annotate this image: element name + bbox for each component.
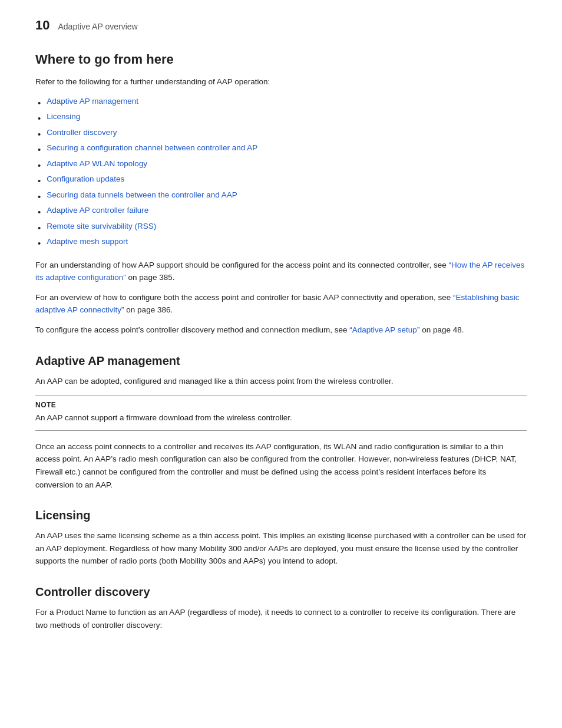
licensing-section: Licensing An AAP uses the same licensing…	[35, 509, 527, 568]
adaptive-ap-title: Adaptive AP management	[35, 354, 527, 368]
licensing-para1: An AAP uses the same licensing scheme as…	[35, 529, 527, 568]
list-item: Controller discovery	[35, 128, 527, 141]
link-controller-discovery[interactable]: Controller discovery	[47, 128, 117, 137]
list-item: Adaptive AP controller failure	[35, 206, 527, 219]
page-header: 10 Adaptive AP overview	[35, 18, 527, 33]
where-to-go-para1: For an understanding of how AAP support …	[35, 259, 527, 284]
para3-after: on page 48.	[419, 325, 464, 334]
note-label: NOTE	[35, 401, 527, 409]
list-item: Adaptive AP management	[35, 97, 527, 110]
para3-link[interactable]: “Adaptive AP setup”	[349, 325, 419, 334]
where-to-go-title: Where to go from here	[35, 52, 527, 67]
link-adaptive-ap-management[interactable]: Adaptive AP management	[47, 97, 138, 106]
controller-discovery-title: Controller discovery	[35, 585, 527, 599]
controller-discovery-para1: For a Product Name to function as an AAP…	[35, 606, 527, 631]
list-item: Securing a configuration channel between…	[35, 143, 527, 157]
list-item: Licensing	[35, 112, 527, 126]
licensing-title: Licensing	[35, 509, 527, 522]
link-controller-failure[interactable]: Adaptive AP controller failure	[47, 206, 148, 215]
adaptive-ap-para2: Once an access point connects to a contr…	[35, 440, 527, 491]
where-to-go-para2: For an overview of how to configure both…	[35, 291, 527, 317]
controller-discovery-section: Controller discovery For a Product Name …	[35, 585, 527, 631]
list-item: Adaptive mesh support	[35, 237, 527, 251]
page-container: 10 Adaptive AP overview Where to go from…	[0, 0, 562, 662]
adaptive-ap-para1: An AAP can be adopted, configured and ma…	[35, 375, 527, 388]
link-list: Adaptive AP management Licensing Control…	[35, 97, 527, 251]
link-securing-data-tunnels[interactable]: Securing data tunnels between the contro…	[47, 190, 237, 199]
note-box: NOTE An AAP cannot support a firmware do…	[35, 396, 527, 431]
adaptive-ap-section: Adaptive AP management An AAP can be ado…	[35, 354, 527, 492]
link-rss[interactable]: Remote site survivability (RSS)	[47, 222, 156, 230]
link-licensing[interactable]: Licensing	[47, 112, 80, 121]
where-to-go-section: Where to go from here Refer to the follo…	[35, 52, 527, 337]
para1-after: on page 385.	[126, 273, 175, 282]
where-to-go-intro: Refer to the following for a further und…	[35, 75, 527, 88]
para2-before: For an overview of how to configure both…	[35, 293, 453, 302]
para3-text: To configure the access point’s controll…	[35, 325, 349, 334]
list-item: Configuration updates	[35, 174, 527, 188]
para1-before: For an understanding of how AAP support …	[35, 261, 448, 269]
link-wlan-topology[interactable]: Adaptive AP WLAN topology	[47, 159, 147, 168]
list-item: Remote site survivability (RSS)	[35, 222, 527, 235]
note-text: An AAP cannot support a firmware downloa…	[35, 411, 527, 424]
link-config-updates[interactable]: Configuration updates	[47, 174, 124, 183]
para2-after: on page 386.	[124, 305, 173, 314]
list-item: Adaptive AP WLAN topology	[35, 159, 527, 173]
list-item: Securing data tunnels between the contro…	[35, 190, 527, 204]
page-number: 10	[35, 18, 49, 33]
link-adaptive-mesh[interactable]: Adaptive mesh support	[47, 237, 128, 246]
link-securing-config[interactable]: Securing a configuration channel between…	[47, 143, 257, 152]
chapter-title: Adaptive AP overview	[58, 22, 137, 31]
where-to-go-para3: To configure the access point’s controll…	[35, 324, 527, 337]
